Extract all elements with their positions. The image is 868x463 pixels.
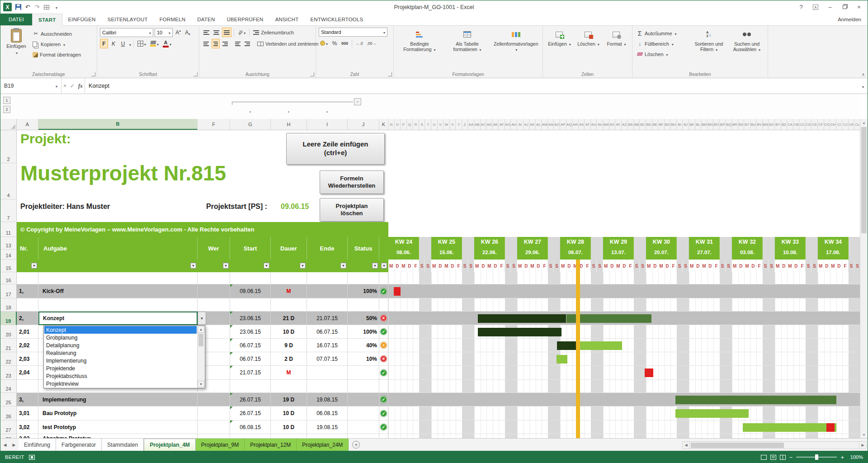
ribbon-tab-seitenlayout[interactable]: SEITENLAYOUT (102, 14, 154, 25)
cell-I26[interactable]: 06.08.15 (307, 406, 348, 420)
row-header-25[interactable]: 25 (0, 393, 17, 406)
column-header-AJ[interactable]: AJ (524, 119, 530, 130)
scroll-thumb[interactable] (861, 127, 867, 233)
borders-button[interactable] (136, 39, 147, 48)
cell-H18[interactable] (271, 298, 307, 312)
cell-I24[interactable] (307, 380, 348, 393)
ribbon-tab-formeln[interactable]: FORMELN (154, 14, 192, 25)
column-header-AN[interactable]: AN (548, 119, 554, 130)
align-middle-button[interactable] (212, 28, 221, 37)
row-header-24[interactable]: 24 (0, 380, 17, 393)
dropdown-item-Realisierung[interactable]: Realisierung (44, 349, 197, 357)
cell-G18[interactable] (230, 298, 271, 312)
delete-cells-button[interactable]: Löschen (575, 28, 602, 70)
column-header-I[interactable]: I (307, 119, 348, 130)
column-header-BL[interactable]: BL (695, 119, 702, 130)
cell-J23[interactable] (348, 366, 379, 380)
column-header-BY[interactable]: BY (775, 119, 781, 130)
orientation-button[interactable]: ab (236, 28, 247, 37)
column-header-T[interactable]: T (425, 119, 431, 130)
dropdown-item-Projektende[interactable]: Projektende (44, 364, 197, 372)
dropdown-item-Projektreview[interactable]: Projektreview (44, 380, 197, 387)
cell-B25[interactable]: Implementierung (38, 393, 198, 406)
dropdown-item-Detailplanung[interactable]: Detailplanung (44, 341, 197, 349)
select-all-corner[interactable] (0, 119, 17, 130)
column-header-AP[interactable]: AP (560, 119, 566, 130)
column-header-BJ[interactable]: BJ (683, 119, 689, 130)
column-header-AF[interactable]: AF (499, 119, 505, 130)
cell-G27[interactable]: 06.08.15 (230, 420, 271, 434)
cell-G25[interactable]: 26.07.15 (230, 393, 271, 406)
touch-mode-icon[interactable] (43, 4, 50, 11)
font-dialog-launcher[interactable] (193, 72, 198, 76)
cell-H20[interactable]: 10 D (271, 325, 307, 339)
cell-I21[interactable]: 16.07.15 (307, 339, 348, 352)
filter-button-A[interactable] (31, 263, 37, 269)
minimize-icon[interactable]: – (823, 2, 837, 12)
column-header-BR[interactable]: BR (732, 119, 738, 130)
cell-B17[interactable]: Kick-Off (38, 284, 198, 298)
cell-A20[interactable]: 2,01 (17, 325, 38, 339)
sheet-nav-left-icon[interactable]: ◀ (0, 439, 9, 451)
row-header-11[interactable]: 11 (0, 222, 17, 237)
cell-A19[interactable]: 2, (17, 312, 38, 325)
scroll-thumb[interactable] (691, 443, 784, 448)
cell-H26[interactable]: 10 D (271, 406, 307, 420)
cell-A16[interactable] (17, 272, 38, 284)
dropdown-item-Konzept[interactable]: Konzept (44, 326, 197, 334)
cell-G19[interactable]: 23.06.15 (230, 312, 271, 325)
number-format-select[interactable]: Standard (319, 28, 387, 37)
font-size-select[interactable]: 10 (155, 28, 173, 37)
filter-button-K[interactable] (381, 263, 387, 269)
column-header-BT[interactable]: BT (744, 119, 750, 130)
row-header-27[interactable]: 27 (0, 420, 17, 434)
column-header-CA[interactable]: CA (787, 119, 793, 130)
shrink-font-button[interactable]: A▾ (184, 28, 192, 37)
column-header-AV[interactable]: AV (597, 119, 603, 130)
sheet-tab-Einführung[interactable]: Einführung (19, 439, 56, 451)
column-header-G[interactable]: G (230, 119, 271, 130)
merge-center-button[interactable]: Verbinden und zentrieren (256, 39, 324, 48)
page-break-view-icon[interactable] (780, 455, 786, 460)
cell-J25[interactable] (348, 393, 379, 406)
cell-K21[interactable]: • (379, 339, 388, 352)
number-dialog-launcher[interactable] (388, 72, 392, 76)
column-header-AA[interactable]: AA (468, 119, 474, 130)
filter-button-J[interactable] (372, 263, 378, 269)
column-header-AS[interactable]: AS (579, 119, 585, 130)
macro-record-icon[interactable] (29, 455, 35, 460)
ribbon-tab-überprüfen[interactable]: ÜBERPRÜFEN (221, 14, 269, 25)
column-header-AI[interactable]: AI (517, 119, 524, 130)
column-header-J[interactable]: J (348, 119, 379, 130)
cell-B27[interactable]: test Prototyp (38, 420, 198, 434)
sheet-tab-Stammdaten[interactable]: Stammdaten (102, 439, 144, 451)
column-header-Y[interactable]: Y (456, 119, 462, 130)
cell-A22[interactable]: 2,03 (17, 352, 38, 366)
column-header-CE[interactable]: CE (811, 119, 818, 130)
scroll-down-icon[interactable]: ▼ (860, 431, 868, 438)
underline-button[interactable]: U (119, 39, 127, 48)
align-left-button[interactable] (202, 39, 210, 48)
cell-K28[interactable] (379, 434, 388, 438)
column-header-W[interactable]: W (443, 119, 450, 130)
cell-H21[interactable]: 9 D (271, 339, 307, 352)
cell-A26[interactable]: 3,01 (17, 406, 38, 420)
column-header-F[interactable]: F (198, 119, 230, 130)
column-header-AU[interactable]: AU (591, 119, 597, 130)
cell-I23[interactable] (307, 366, 348, 380)
cell-J16[interactable] (348, 272, 379, 284)
column-header-BN[interactable]: BN (708, 119, 714, 130)
cell-styles-button[interactable]: Zellenformatvorlagen (492, 28, 540, 70)
scroll-right-icon[interactable]: ▶ (859, 441, 867, 449)
cell-A27[interactable]: 3,02 (17, 420, 38, 434)
column-header-BI[interactable]: BI (677, 119, 683, 130)
insert-row-button[interactable]: Leere Zeile einfügen (ctrl+e) (286, 133, 385, 165)
cell-H22[interactable]: 2 D (271, 352, 307, 366)
fill-color-button[interactable] (149, 39, 160, 48)
column-header-AX[interactable]: AX (609, 119, 616, 130)
cell-K20[interactable]: ✓ (379, 325, 388, 339)
cell-H16[interactable] (271, 272, 307, 284)
column-header-CF[interactable]: CF (818, 119, 824, 130)
decrease-decimal-button[interactable]: ,00→ (366, 38, 377, 48)
page-layout-view-icon[interactable] (770, 455, 776, 460)
